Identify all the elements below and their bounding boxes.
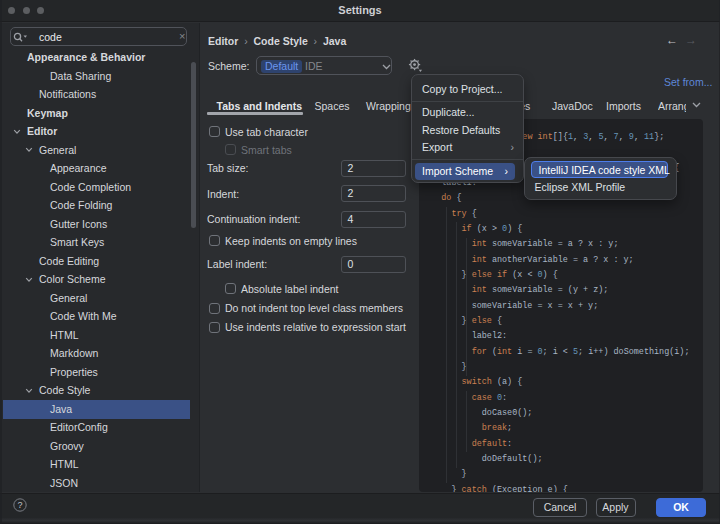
svg-text:?: ? [17, 500, 22, 510]
